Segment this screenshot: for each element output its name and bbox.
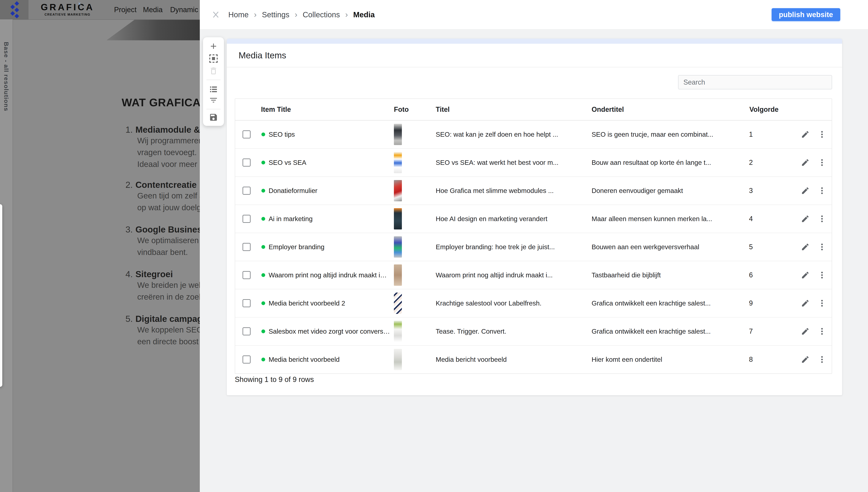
table-row: SEO vs SEA SEO vs SEA: wat werkt het bes… xyxy=(235,149,832,177)
status-dot-icon xyxy=(262,189,265,193)
filter-icon[interactable] xyxy=(209,96,218,105)
edit-icon[interactable] xyxy=(801,271,810,279)
edit-icon[interactable] xyxy=(801,215,810,223)
row-checkbox[interactable] xyxy=(243,327,251,335)
more-vert-icon[interactable] xyxy=(818,355,826,364)
more-vert-icon[interactable] xyxy=(818,130,826,139)
search-input[interactable] xyxy=(678,75,832,89)
edit-icon[interactable] xyxy=(801,355,810,364)
cell-ondertitel: Bouw aan resultaat op korte én lange t..… xyxy=(588,159,746,166)
status-dot-icon xyxy=(262,217,265,221)
table-row: Donatieformulier Hoe Grafica met slimme … xyxy=(235,177,832,205)
brand-accent-x: x xyxy=(78,1,81,6)
column-header-item-title: Item Title xyxy=(258,105,390,114)
row-checkbox[interactable] xyxy=(243,130,251,139)
breadcrumb-home[interactable]: Home xyxy=(228,10,249,19)
nav-item-project[interactable]: Project xyxy=(114,0,137,19)
cell-ondertitel: Maar alleen mensen kunnen merken la... xyxy=(588,215,746,223)
row-photo xyxy=(394,321,402,342)
list-item-5: 5.Digitale campagne We koppelen SEO s ee… xyxy=(125,314,213,347)
publish-website-button[interactable]: publish website xyxy=(772,8,840,21)
cell-volgorde: 6 xyxy=(746,271,796,279)
table-row: Ai in marketing Hoe AI design en marketi… xyxy=(235,205,832,233)
item-title: SEO vs SEA xyxy=(269,159,306,166)
cell-ondertitel: Tastbaarheid die bijblijft xyxy=(588,271,746,279)
breadcrumb-collections[interactable]: Collections xyxy=(303,10,340,19)
more-vert-icon[interactable] xyxy=(818,243,826,251)
row-checkbox[interactable] xyxy=(243,271,251,279)
editor-logo-square xyxy=(0,0,28,19)
cell-ondertitel: Grafica ontwikkelt een krachtige salest.… xyxy=(588,327,746,335)
left-edge-panel xyxy=(0,204,2,387)
item-title: Salesbox met video zorgt voor conversie … xyxy=(269,327,390,335)
delete-icon xyxy=(209,66,218,75)
row-checkbox[interactable] xyxy=(243,243,251,251)
table-row: Employer branding Employer branding: hoe… xyxy=(235,233,832,261)
cell-ondertitel: Hier komt een ondertitel xyxy=(588,356,746,363)
item-title: Media bericht voorbeeld 2 xyxy=(269,299,345,307)
edit-icon[interactable] xyxy=(801,186,810,195)
more-vert-icon[interactable] xyxy=(818,299,826,308)
row-photo xyxy=(394,180,402,201)
screen: GRAFICA x CREATIEVE MARKETING Project Me… xyxy=(0,0,868,492)
list-line: op wat jouw doelgro xyxy=(137,202,208,214)
list-item-2: 2.Contentcreatie Geen tijd om zelf aa op… xyxy=(125,180,208,214)
resolution-label: Base - all resolutions xyxy=(3,42,10,112)
cell-volgorde: 3 xyxy=(746,187,796,195)
more-vert-icon[interactable] xyxy=(818,215,826,223)
item-title: Waarom print nog altijd indruk maakt in … xyxy=(269,271,390,279)
row-checkbox[interactable] xyxy=(243,299,251,307)
list-icon[interactable] xyxy=(209,85,218,94)
brand-logo: GRAFICA x CREATIEVE MARKETING xyxy=(39,2,96,17)
panel-title: Media Items xyxy=(227,44,842,67)
item-title: Media bericht voorbeeld xyxy=(269,356,340,363)
item-title: Donatieformulier xyxy=(269,187,318,195)
more-vert-icon[interactable] xyxy=(818,327,826,336)
list-line: We breiden je webs xyxy=(137,279,207,291)
list-number: 1. xyxy=(125,125,133,134)
more-vert-icon[interactable] xyxy=(818,271,826,279)
brand-tagline: CREATIEVE MARKETING xyxy=(39,13,96,17)
cell-ondertitel: Doneren eenvoudiger gemaakt xyxy=(588,187,746,195)
grafica-mark-icon xyxy=(0,0,28,19)
status-dot-icon xyxy=(262,301,265,305)
item-title: SEO tips xyxy=(269,131,295,138)
row-checkbox[interactable] xyxy=(243,215,251,223)
row-checkbox[interactable] xyxy=(243,187,251,195)
edit-icon[interactable] xyxy=(801,158,810,167)
edit-icon[interactable] xyxy=(801,243,810,251)
edit-icon[interactable] xyxy=(801,327,810,336)
column-header-titel: Titel xyxy=(432,105,588,114)
save-icon[interactable] xyxy=(209,113,218,122)
more-vert-icon[interactable] xyxy=(818,186,826,195)
cell-volgorde: 5 xyxy=(746,243,796,251)
table-row: Salesbox met video zorgt voor conversie … xyxy=(235,318,832,346)
page-heading: WAT GRAFICA V xyxy=(122,96,211,109)
status-dot-icon xyxy=(262,161,265,165)
table-row: SEO tips SEO: wat kan je zelf doen en ho… xyxy=(235,121,832,149)
row-photo xyxy=(394,152,402,173)
breadcrumb-settings[interactable]: Settings xyxy=(262,10,290,19)
edit-icon[interactable] xyxy=(801,130,810,139)
cell-titel: Hoe AI design en marketing verandert xyxy=(432,215,588,223)
panel-top-strip xyxy=(227,39,842,44)
background-hero-image xyxy=(106,20,200,40)
table-row: Media bericht voorbeeld Media bericht vo… xyxy=(235,346,832,373)
nav-item-media[interactable]: Media xyxy=(143,0,163,19)
cell-ondertitel: Bouwen aan een werkgeversverhaal xyxy=(588,243,746,251)
cell-titel: Employer branding: hoe trek je de juist.… xyxy=(432,243,588,251)
close-icon[interactable] xyxy=(212,10,220,19)
row-checkbox[interactable] xyxy=(243,158,251,167)
status-dot-icon xyxy=(262,132,265,136)
cell-ondertitel: Grafica ontwikkelt een krachtige salest.… xyxy=(588,299,746,307)
edit-icon[interactable] xyxy=(801,299,810,308)
row-checkbox[interactable] xyxy=(243,355,251,364)
cell-titel: SEO vs SEA: wat werkt het best voor m... xyxy=(432,159,588,166)
list-line: Geen tijd om zelf aa xyxy=(137,190,208,202)
more-vert-icon[interactable] xyxy=(818,158,826,167)
row-photo xyxy=(394,349,402,370)
media-items-panel: Media Items Item Title Foto Titel Ondert… xyxy=(227,39,842,395)
add-icon[interactable] xyxy=(209,42,218,51)
select-all-icon[interactable] xyxy=(209,54,218,63)
cell-titel: SEO: wat kan je zelf doen en hoe helpt .… xyxy=(432,131,588,138)
